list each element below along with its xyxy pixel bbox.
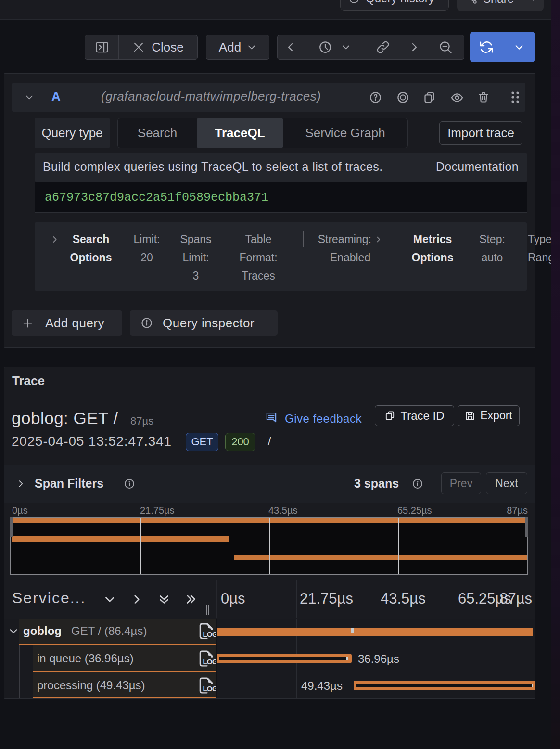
svg-text:LOG: LOG [203, 630, 216, 638]
svg-text:LOG: LOG [203, 658, 216, 666]
svg-text:LOG: LOG [203, 684, 216, 693]
